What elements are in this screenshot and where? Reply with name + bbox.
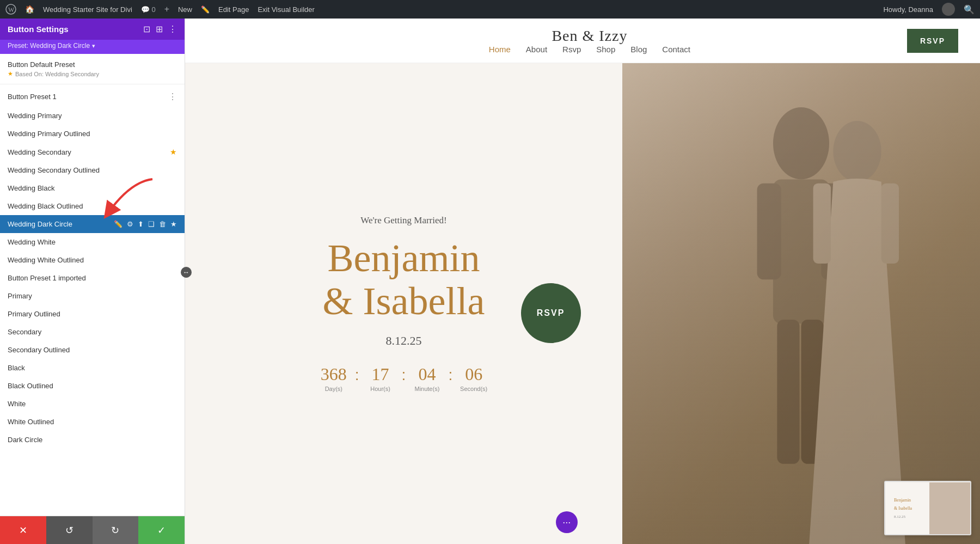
grid-icon[interactable]: ⊞ [156,24,163,34]
star-preset-icon[interactable]: ★ [170,220,177,228]
hero-name-line2: & Isabella [323,280,485,323]
preset-action-icons: ✏️⚙⬆❑🗑★ [114,220,177,228]
preset-item[interactable]: White [0,395,185,413]
default-preset-sub: ★ Based On: Wedding Secondary [8,70,177,77]
preset-item[interactable]: Secondary [0,323,185,341]
preset-item-label: Primary [8,292,32,300]
preset-item[interactable]: Wedding Black [0,179,185,197]
new-link[interactable]: New [178,5,192,14]
hours-label: Hour(s) [362,386,400,392]
nav-link-home[interactable]: Home [489,45,511,54]
preset-item[interactable]: Wedding White Outlined [0,251,185,269]
preset-star-icon: ★ [170,148,177,156]
countdown-timer: 368 Day(s) : 17 Hour(s) : 04 Minute(s) : [315,364,493,392]
nav-link-rsvp[interactable]: Rsvp [562,45,581,54]
preset-item-label: Primary Outlined [8,310,60,318]
more-dots-button[interactable]: ··· [556,511,578,533]
wp-logo-icon[interactable]: W [5,4,16,15]
resize-icon[interactable]: ⊡ [143,24,150,34]
hero-photo [622,63,980,544]
sep-2: : [400,366,408,384]
svg-text:Benjamin: Benjamin [894,498,911,503]
preset-item[interactable]: Black [0,359,185,377]
days-number: 368 [315,364,353,384]
preset-item[interactable]: Wedding Primary Outlined [0,125,185,143]
svg-text:W: W [8,6,15,14]
preset-item[interactable]: Wedding Primary [0,107,185,125]
preset-item[interactable]: Black Outlined [0,377,185,395]
search-icon[interactable]: 🔍 [964,4,975,15]
preset-label[interactable]: Preset: Wedding Dark Circle [8,42,90,50]
svg-text:8.12.25: 8.12.25 [894,515,906,519]
edit-icon: ✏️ [201,5,210,14]
preset-item-label: Black Outlined [8,382,53,390]
hero-date: 8.12.25 [386,334,422,348]
preset-item[interactable]: Button Preset 1⋮ [0,87,185,107]
preset-item[interactable]: Wedding Secondary★ [0,143,185,161]
preset-item[interactable]: Primary [0,287,185,305]
preset-list: Button Preset 1⋮Wedding PrimaryWedding P… [0,84,185,516]
preset-item[interactable]: Button Preset 1 imported [0,269,185,287]
preset-item-label: Wedding Primary Outlined [8,130,90,138]
site-name[interactable]: Wedding Starter Site for Divi [43,5,132,14]
svg-rect-10 [881,184,899,264]
preset-dropdown-icon[interactable]: ▾ [92,42,95,50]
preset-item[interactable]: Dark Circle [0,431,185,449]
sep-3: : [446,366,455,384]
nav-link-blog[interactable]: Blog [630,45,647,54]
resize-handle[interactable]: ↔ [181,267,192,278]
svg-rect-12 [929,482,970,534]
preset-item[interactable]: Wedding White [0,233,185,251]
nav-link-shop[interactable]: Shop [596,45,615,54]
svg-rect-9 [813,184,831,264]
preset-item-label: Wedding Black [8,184,54,192]
preset-item[interactable]: Wedding Secondary Outlined [0,161,185,179]
rsvp-circle-button[interactable]: RSVP [521,283,581,343]
more-options-icon[interactable]: ⋮ [168,24,177,34]
preset-item-label: Wedding Secondary [8,148,71,156]
edit-preset-icon[interactable]: ✏️ [114,220,122,228]
comments-link[interactable]: 💬 0 [141,5,156,14]
preset-item[interactable]: Primary Outlined [0,305,185,323]
preset-item-label: Dark Circle [8,436,42,444]
edit-page-link[interactable]: Edit Page [218,5,249,14]
exit-builder-link[interactable]: Exit Visual Builder [258,5,315,14]
preset-item-label: Wedding White [8,238,56,246]
based-on-label: Based On: Wedding Secondary [15,71,99,77]
hours-number: 17 [362,364,400,384]
avatar [942,3,955,16]
thumbnail-content: Benjamin & Isabella 8.12.25 [885,482,970,534]
nav-link-about[interactable]: About [526,45,547,54]
save-button[interactable]: ✓ [138,516,185,544]
panel-header: Button Settings ⊡ ⊞ ⋮ [0,19,185,40]
svg-point-8 [833,121,881,182]
preset-item-label: Black [8,364,25,372]
delete-preset-icon[interactable]: 🗑 [159,220,166,228]
redo-button[interactable]: ↻ [93,516,139,544]
preset-more-icon[interactable]: ⋮ [168,91,177,102]
upgrade-preset-icon[interactable]: ⬆ [138,220,144,228]
settings-preset-icon[interactable]: ⚙ [127,220,133,228]
preset-item[interactable]: White Outlined [0,413,185,431]
site-icon: 🏠 [25,5,34,14]
cancel-button[interactable]: ✕ [0,516,46,544]
panel-preset-bar: Preset: Wedding Dark Circle ▾ [0,40,185,54]
rsvp-top-button[interactable]: RSVP [907,29,958,53]
undo-button[interactable]: ↺ [46,516,93,544]
preset-item[interactable]: Secondary Outlined [0,341,185,359]
preset-item[interactable]: Wedding Dark Circle✏️⚙⬆❑🗑★ [0,215,185,233]
preset-item-label: Secondary Outlined [8,346,70,354]
couple-silhouette [622,63,980,544]
preset-item-label: Wedding Dark Circle [8,220,72,228]
svg-rect-6 [777,320,799,464]
preset-item-label: Wedding White Outlined [8,256,84,264]
svg-point-2 [773,107,829,179]
site-content: Ben & Izzy HomeAboutRsvpShopBlogContact … [185,19,980,544]
star-icon: ★ [8,70,13,77]
wp-admin-bar: W 🏠 Wedding Starter Site for Divi 💬 0 + … [0,0,980,19]
main-layout: Button Settings ⊡ ⊞ ⋮ Preset: Wedding Da… [0,19,980,544]
preset-item[interactable]: Wedding Black Outlined [0,197,185,215]
nav-link-contact[interactable]: Contact [662,45,690,54]
preset-item-label: Secondary [8,328,41,336]
copy-preset-icon[interactable]: ❑ [148,220,155,228]
